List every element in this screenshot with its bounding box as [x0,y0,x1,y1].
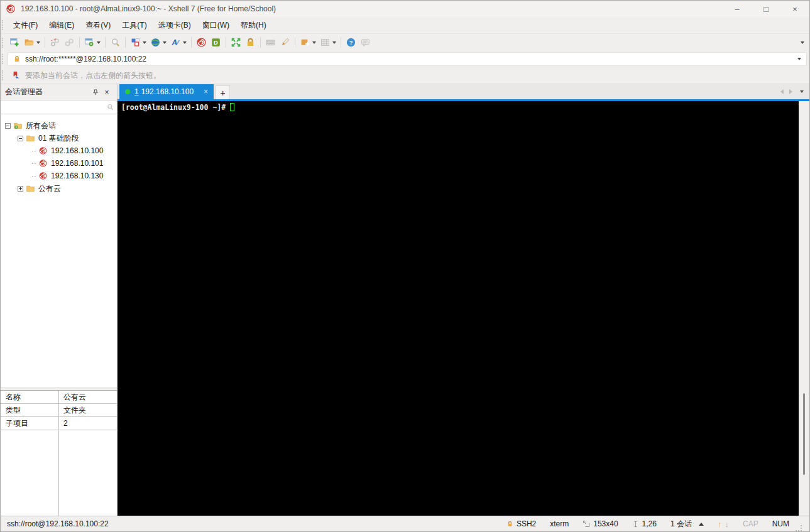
property-value: 2 [58,419,68,428]
session-search-input[interactable] [3,102,106,113]
terminal-scrollbar[interactable] [799,101,809,516]
column-divider[interactable] [58,391,59,516]
tab-index: 1 [134,87,139,96]
layout-button[interactable] [128,35,148,50]
svg-text:D: D [214,40,218,46]
tree-item-label: 192.168.10.101 [51,159,103,168]
caps-lock-indicator: CAP [743,519,758,528]
lock-button[interactable] [243,35,258,50]
terminal[interactable]: [root@AlmaLinux9-100 ~]# [118,101,799,516]
scrollbar-thumb[interactable] [803,393,805,475]
resize-icon [583,520,590,528]
tree-item-all-sessions[interactable]: 所有会话 [1,119,117,132]
folder-gear-icon [13,121,23,130]
menu-edit[interactable]: 编辑(E) [43,18,80,33]
toolbar-overflow-icon[interactable] [801,41,804,44]
close-icon[interactable]: × [780,1,809,17]
fullscreen-button[interactable] [229,35,243,50]
find-button[interactable] [108,35,123,50]
arrow-up-icon[interactable]: ↑ [718,519,722,529]
toolbar-separator [45,37,45,48]
expand-icon[interactable] [18,186,23,192]
chat-bubble-icon [360,37,371,48]
tab-scroll-right-icon[interactable] [789,89,792,94]
collapse-icon[interactable] [18,136,23,141]
menu-tools[interactable]: 工具(T) [116,18,152,33]
xshell-button[interactable] [194,35,209,50]
svg-text:A: A [172,38,178,47]
panel-title: 会话管理器 [5,87,90,97]
pin-icon[interactable] [90,87,101,98]
new-session-button[interactable] [8,35,22,50]
highlighter-button[interactable] [278,35,292,50]
reconnect-button[interactable] [62,35,77,50]
maximize-icon[interactable]: □ [752,1,780,17]
tab-session-active[interactable]: 1 192.168.10.100 × [119,84,214,99]
highlighter-icon [280,37,290,48]
menu-view[interactable]: 查看(V) [80,18,116,33]
drag-grip [2,70,4,80]
tree-item-label: 01 基础阶段 [38,133,79,144]
menu-file[interactable]: 文件(F) [8,18,43,33]
session-manager-header: 会话管理器 × [1,84,117,100]
arrow-down-icon[interactable]: ↓ [725,519,729,529]
session-search[interactable] [1,100,117,114]
address-field[interactable]: ssh://root:******@192.168.10.100:22 [8,52,807,66]
tree-item-label: 192.168.10.100 [51,146,103,155]
disconnect-button[interactable] [48,35,62,50]
tile-grid-button[interactable] [318,35,338,50]
keyboard-icon [265,37,276,48]
tab-close-icon[interactable]: × [204,87,208,96]
folder-icon [26,184,35,193]
menu-tabs[interactable]: 选项卡(B) [153,18,197,33]
chevron-down-icon[interactable] [797,58,801,60]
session-icon [38,171,48,180]
tree-item-folder-cloud[interactable]: 公有云 [1,182,117,195]
title-bar: 192.168.10.100 - root@AlmaLinux9-100:~ -… [1,1,809,17]
svg-text:?: ? [349,40,353,46]
tree-item-label: 192.168.10.130 [51,171,103,180]
tree-item-label: 所有会话 [26,121,56,131]
xftp-button[interactable]: D [209,35,223,50]
tree-item-session-130[interactable]: 192.168.10.130 [1,170,117,182]
session-properties-button[interactable] [82,35,102,50]
layout-icon [130,37,141,48]
collapse-icon[interactable] [5,123,11,129]
tab-scroll-left-icon[interactable] [780,89,784,94]
minimize-icon[interactable]: – [723,1,752,17]
terminal-cursor [230,103,234,111]
help-icon: ? [346,37,356,48]
address-bar: ssh://root:******@192.168.10.100:22 [1,51,809,67]
toolbar-separator [125,37,126,48]
toolbar-separator [191,37,192,48]
property-value: 文件夹 [58,405,86,416]
property-key: 类型 [1,405,58,416]
session-icon [38,146,48,155]
new-file-icon [300,37,310,48]
menu-window[interactable]: 窗口(W) [197,18,235,33]
open-folder-button[interactable] [22,35,42,50]
status-session-count[interactable]: 1 会话 [670,519,704,529]
close-panel-icon[interactable]: × [101,87,112,98]
new-file-button[interactable] [298,35,318,50]
tree-item-session-101[interactable]: 192.168.10.101 [1,157,117,170]
tab-list-icon[interactable] [800,90,804,93]
font-icon: A [170,37,181,48]
chevron-down-icon [143,41,146,44]
session-icon [38,159,48,168]
connected-dot-icon [125,89,130,94]
font-button[interactable]: A [168,35,189,50]
feedback-button[interactable] [358,35,373,50]
help-button[interactable]: ? [344,35,358,50]
soft-keyboard-button[interactable] [263,35,278,50]
property-key: 子项目 [1,418,58,429]
new-tab-button[interactable]: + [216,85,230,99]
menu-help[interactable]: 帮助(H) [235,18,272,33]
chevron-down-icon [183,41,187,44]
resize-grip-icon[interactable] [796,525,802,531]
tree-item-folder-basic[interactable]: 01 基础阶段 [1,132,117,144]
tree-item-session-100[interactable]: 192.168.10.100 [1,144,117,157]
reconnect-icon [64,37,75,48]
tree-item-label: 公有云 [38,183,61,194]
web-button[interactable] [148,35,168,50]
